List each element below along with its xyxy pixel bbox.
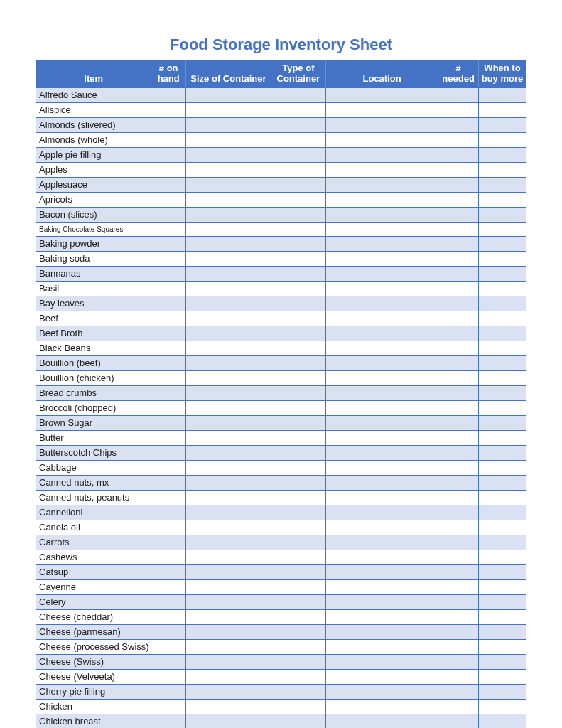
cell-size[interactable] bbox=[186, 460, 271, 475]
cell-item[interactable]: Butter bbox=[36, 430, 151, 445]
col-header-needed[interactable]: # needed bbox=[438, 60, 479, 88]
cell-when[interactable] bbox=[478, 594, 526, 609]
cell-when[interactable] bbox=[478, 505, 526, 520]
cell-on_hand[interactable] bbox=[151, 281, 186, 296]
cell-size[interactable] bbox=[186, 684, 271, 699]
cell-on_hand[interactable] bbox=[151, 222, 186, 236]
cell-size[interactable] bbox=[186, 415, 271, 430]
cell-needed[interactable] bbox=[438, 341, 479, 355]
cell-location[interactable] bbox=[325, 684, 438, 699]
cell-when[interactable] bbox=[478, 355, 526, 370]
cell-size[interactable] bbox=[186, 236, 271, 251]
cell-item[interactable]: Bread crumbs bbox=[36, 385, 151, 400]
cell-type[interactable] bbox=[271, 147, 325, 162]
cell-needed[interactable] bbox=[438, 505, 479, 520]
cell-location[interactable] bbox=[325, 222, 438, 236]
cell-when[interactable] bbox=[478, 535, 526, 550]
cell-on_hand[interactable] bbox=[151, 311, 186, 326]
cell-on_hand[interactable] bbox=[151, 535, 186, 550]
cell-size[interactable] bbox=[186, 594, 271, 609]
cell-location[interactable] bbox=[325, 102, 438, 117]
cell-needed[interactable] bbox=[438, 207, 479, 222]
cell-on_hand[interactable] bbox=[151, 639, 186, 654]
cell-on_hand[interactable] bbox=[151, 669, 186, 684]
cell-needed[interactable] bbox=[438, 624, 479, 639]
cell-item[interactable]: Cheese (parmesan) bbox=[36, 624, 151, 639]
cell-size[interactable] bbox=[186, 296, 271, 311]
cell-item[interactable]: Black Beans bbox=[36, 341, 151, 355]
cell-location[interactable] bbox=[325, 475, 438, 490]
cell-size[interactable] bbox=[186, 564, 271, 579]
cell-when[interactable] bbox=[478, 207, 526, 222]
cell-needed[interactable] bbox=[438, 564, 479, 579]
cell-type[interactable] bbox=[271, 460, 325, 475]
cell-needed[interactable] bbox=[438, 266, 479, 281]
cell-size[interactable] bbox=[186, 385, 271, 400]
cell-item[interactable]: Canned nuts, mx bbox=[36, 475, 151, 490]
cell-size[interactable] bbox=[186, 550, 271, 564]
cell-type[interactable] bbox=[271, 87, 325, 102]
cell-item[interactable]: Cheese (Swiss) bbox=[36, 654, 151, 669]
cell-location[interactable] bbox=[325, 192, 438, 207]
cell-when[interactable] bbox=[478, 222, 526, 236]
cell-when[interactable] bbox=[478, 609, 526, 624]
cell-size[interactable] bbox=[186, 311, 271, 326]
cell-needed[interactable] bbox=[438, 714, 479, 728]
cell-type[interactable] bbox=[271, 535, 325, 550]
cell-location[interactable] bbox=[325, 564, 438, 579]
cell-when[interactable] bbox=[478, 296, 526, 311]
cell-on_hand[interactable] bbox=[151, 162, 186, 177]
cell-needed[interactable] bbox=[438, 236, 479, 251]
cell-on_hand[interactable] bbox=[151, 117, 186, 132]
cell-when[interactable] bbox=[478, 326, 526, 341]
cell-item[interactable]: Apricots bbox=[36, 192, 151, 207]
cell-item[interactable]: Cannelloni bbox=[36, 505, 151, 520]
cell-type[interactable] bbox=[271, 117, 325, 132]
cell-size[interactable] bbox=[186, 370, 271, 385]
cell-when[interactable] bbox=[478, 251, 526, 266]
cell-on_hand[interactable] bbox=[151, 579, 186, 594]
cell-type[interactable] bbox=[271, 385, 325, 400]
cell-location[interactable] bbox=[325, 132, 438, 147]
cell-item[interactable]: Cherry pie filling bbox=[36, 684, 151, 699]
cell-size[interactable] bbox=[186, 192, 271, 207]
cell-type[interactable] bbox=[271, 445, 325, 460]
cell-item[interactable]: Bannanas bbox=[36, 266, 151, 281]
cell-location[interactable] bbox=[325, 505, 438, 520]
cell-when[interactable] bbox=[478, 341, 526, 355]
cell-needed[interactable] bbox=[438, 370, 479, 385]
cell-size[interactable] bbox=[186, 609, 271, 624]
cell-size[interactable] bbox=[186, 251, 271, 266]
cell-on_hand[interactable] bbox=[151, 445, 186, 460]
cell-item[interactable]: Almonds (slivered) bbox=[36, 117, 151, 132]
cell-when[interactable] bbox=[478, 579, 526, 594]
cell-needed[interactable] bbox=[438, 699, 479, 714]
cell-on_hand[interactable] bbox=[151, 326, 186, 341]
cell-size[interactable] bbox=[186, 102, 271, 117]
cell-when[interactable] bbox=[478, 490, 526, 505]
cell-needed[interactable] bbox=[438, 132, 479, 147]
cell-size[interactable] bbox=[186, 400, 271, 415]
cell-when[interactable] bbox=[478, 624, 526, 639]
cell-on_hand[interactable] bbox=[151, 415, 186, 430]
cell-size[interactable] bbox=[186, 266, 271, 281]
cell-on_hand[interactable] bbox=[151, 355, 186, 370]
cell-location[interactable] bbox=[325, 162, 438, 177]
cell-when[interactable] bbox=[478, 639, 526, 654]
cell-item[interactable]: Beef Broth bbox=[36, 326, 151, 341]
cell-when[interactable] bbox=[478, 475, 526, 490]
cell-size[interactable] bbox=[186, 162, 271, 177]
cell-item[interactable]: Basil bbox=[36, 281, 151, 296]
cell-needed[interactable] bbox=[438, 311, 479, 326]
cell-item[interactable]: Canola oil bbox=[36, 520, 151, 535]
cell-needed[interactable] bbox=[438, 102, 479, 117]
cell-when[interactable] bbox=[478, 192, 526, 207]
col-header-when[interactable]: When to buy more bbox=[478, 60, 526, 88]
cell-on_hand[interactable] bbox=[151, 460, 186, 475]
cell-on_hand[interactable] bbox=[151, 132, 186, 147]
cell-type[interactable] bbox=[271, 132, 325, 147]
cell-location[interactable] bbox=[325, 579, 438, 594]
cell-size[interactable] bbox=[186, 177, 271, 192]
cell-needed[interactable] bbox=[438, 385, 479, 400]
cell-on_hand[interactable] bbox=[151, 385, 186, 400]
